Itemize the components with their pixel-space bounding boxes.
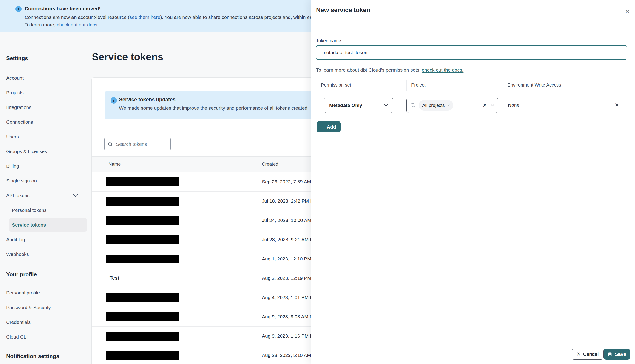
banner-line2-suffix: ). You are now able to share connections…	[160, 14, 323, 20]
search-input[interactable]	[116, 142, 167, 147]
close-icon[interactable]: ✕	[623, 7, 631, 16]
chevron-down-icon[interactable]	[489, 104, 494, 106]
header-column-divider	[406, 80, 407, 91]
redacted-token-name	[106, 216, 179, 225]
project-multiselect[interactable]: All projects × ✕	[406, 98, 498, 113]
all-projects-chip[interactable]: All projects ×	[419, 100, 453, 110]
cancel-button[interactable]: ✕ Cancel	[572, 348, 603, 360]
sidebar-item-service-tokens[interactable]: Service tokens	[9, 218, 87, 232]
add-permission-button[interactable]: + Add	[317, 121, 341, 132]
column-header-created: Created	[262, 162, 278, 167]
permission-set-select[interactable]: Metadata Only	[324, 98, 393, 113]
sidebar-item-credentials[interactable]: Credentials	[0, 315, 91, 330]
remove-permission-row-icon[interactable]: ✕	[613, 101, 621, 109]
redacted-token-name	[106, 254, 179, 264]
sidebar-item-billing[interactable]: Billing	[0, 159, 91, 174]
header-column-divider	[506, 80, 506, 91]
sidebar-item-users[interactable]: Users	[0, 130, 91, 144]
redacted-token-name	[106, 351, 179, 360]
token-name-input[interactable]	[316, 45, 627, 60]
docs-text-prefix: To learn more about dbt Cloud's permissi…	[316, 67, 422, 72]
banner-title: Connections have been moved!	[25, 6, 101, 12]
token-created-date: Aug 9, 2023, 1:16 PM PDT	[262, 333, 320, 339]
redacted-token-name	[106, 293, 179, 302]
sidebar-item-integrations[interactable]: Integrations	[0, 100, 91, 115]
page-title: Service tokens	[92, 51, 163, 63]
chip-remove-icon[interactable]: ×	[448, 103, 450, 108]
token-created-date: Jul 28, 2023, 9:21 AM PDT	[262, 237, 320, 242]
token-created-date: Aug 9, 2023, 8:08 AM PDT	[262, 314, 319, 320]
save-icon	[608, 352, 612, 357]
sidebar-heading-settings: Settings	[6, 55, 28, 62]
all-projects-chip-label: All projects	[422, 103, 445, 108]
permission-docs-text: To learn more about dbt Cloud's permissi…	[316, 67, 463, 73]
search-tokens-box[interactable]	[104, 137, 171, 151]
save-button-label: Save	[615, 352, 626, 357]
chevron-down-icon	[73, 194, 78, 197]
sidebar-heading-notification-settings: Notification settings	[6, 353, 59, 360]
sidebar-item-groups-licenses[interactable]: Groups & Licenses	[0, 144, 91, 159]
column-header-permission-set: Permission set	[321, 82, 351, 88]
sidebar-item-single-sign-on[interactable]: Single sign-on	[0, 174, 91, 188]
close-icon: ✕	[576, 351, 580, 357]
sidebar-item-projects[interactable]: Projects	[0, 86, 91, 100]
sidebar-item-api-tokens-label: API tokens	[6, 193, 30, 198]
sidebar-item-audit-log[interactable]: Audit log	[0, 232, 91, 247]
redacted-token-name	[106, 332, 179, 340]
add-button-label: Add	[327, 124, 336, 130]
cancel-button-label: Cancel	[583, 352, 599, 357]
see-them-here-link[interactable]: see them here	[129, 14, 160, 20]
check-our-docs-link[interactable]: check out our docs.	[57, 22, 99, 27]
permission-set-value: Metadata Only	[329, 102, 384, 108]
banner-line2: Connections are now an account-level res…	[25, 14, 323, 20]
token-created-date: Aug 4, 2023, 1:01 PM PDT	[262, 295, 320, 300]
notice-body: We made some updates that improve the se…	[119, 105, 307, 111]
column-header-project: Project	[411, 82, 426, 88]
check-out-the-docs-link[interactable]: check out the docs.	[422, 67, 463, 72]
environment-write-access-value: None	[508, 102, 519, 108]
sidebar-item-account[interactable]: Account	[0, 71, 91, 86]
redacted-token-name	[106, 197, 179, 206]
column-header-environment-write-access: Environment Write Access	[507, 82, 561, 88]
sidebar-item-api-tokens[interactable]: API tokens	[0, 188, 91, 203]
save-button[interactable]: Save	[603, 348, 630, 360]
sidebar-item-personal-profile[interactable]: Personal profile	[0, 286, 91, 300]
panel-title: New service token	[316, 7, 370, 14]
clear-selection-icon[interactable]: ✕	[480, 102, 489, 108]
banner-line2-prefix: Connections are now an account-level res…	[25, 14, 129, 20]
panel-footer-divider	[311, 344, 635, 344]
token-name: Test	[110, 275, 119, 281]
redacted-token-name	[106, 235, 179, 244]
sidebar-item-webhooks[interactable]: Webhooks	[0, 247, 91, 262]
sidebar-heading-your-profile: Your profile	[6, 271, 37, 278]
column-header-name: Name	[108, 162, 121, 167]
token-name-label: Token name	[316, 38, 341, 44]
redacted-token-name	[106, 312, 179, 321]
chevron-down-icon	[384, 104, 388, 107]
banner-line3: To learn more, check out our docs.	[25, 22, 99, 28]
search-icon	[410, 102, 416, 108]
permissions-bottom-divider	[316, 119, 631, 119]
plus-icon: +	[322, 124, 325, 130]
new-service-token-panel: New service token ✕ Token name To learn …	[311, 0, 635, 364]
info-icon: i	[111, 97, 117, 104]
panel-header-divider	[311, 26, 635, 26]
redacted-token-name	[106, 178, 179, 186]
permissions-header-bottom-border	[311, 91, 635, 91]
sidebar-item-cloud-cli[interactable]: Cloud CLI	[0, 330, 91, 344]
sidebar-item-personal-tokens[interactable]: Personal tokens	[0, 203, 91, 218]
permissions-header-top-border	[311, 80, 635, 80]
sidebar-item-password-security[interactable]: Password & Security	[0, 300, 91, 315]
sidebar-item-connections[interactable]: Connections	[0, 115, 91, 130]
notice-title: Service tokens updates	[119, 96, 176, 102]
settings-sidebar: Settings Account Projects Integrations C…	[0, 32, 91, 364]
info-icon: i	[16, 6, 22, 12]
search-icon	[108, 142, 113, 147]
banner-line3-prefix: To learn more,	[25, 22, 57, 27]
